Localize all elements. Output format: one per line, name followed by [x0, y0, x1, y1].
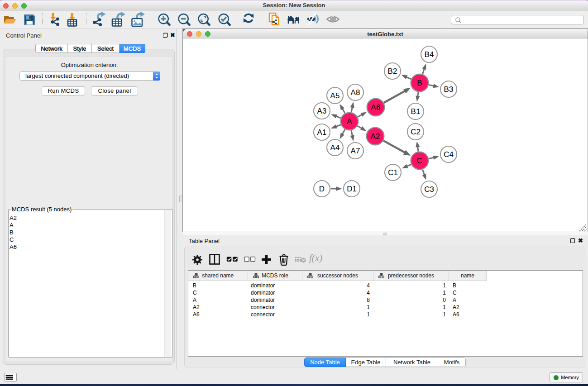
svg-text:B4: B4	[425, 50, 434, 59]
svg-text:B2: B2	[388, 67, 397, 76]
svg-text:C1: C1	[388, 168, 398, 177]
svg-text:A8: A8	[351, 88, 360, 97]
svg-text:A5: A5	[330, 91, 340, 100]
svg-text:B: B	[417, 79, 422, 87]
svg-text:B3: B3	[444, 85, 454, 94]
svg-text:B1: B1	[411, 107, 421, 116]
svg-text:A1: A1	[317, 128, 327, 137]
svg-text:A7: A7	[351, 147, 360, 155]
svg-text:A3: A3	[317, 107, 327, 115]
svg-text:C4: C4	[444, 150, 454, 159]
svg-text:A6: A6	[371, 103, 381, 112]
svg-text:A2: A2	[371, 132, 380, 141]
svg-text:C2: C2	[411, 128, 421, 136]
svg-text:C: C	[417, 157, 422, 165]
svg-text:A: A	[347, 117, 352, 126]
svg-text:D: D	[319, 185, 325, 193]
svg-text:C3: C3	[424, 185, 434, 194]
svg-text:A4: A4	[330, 143, 340, 152]
svg-text:D1: D1	[347, 185, 357, 193]
